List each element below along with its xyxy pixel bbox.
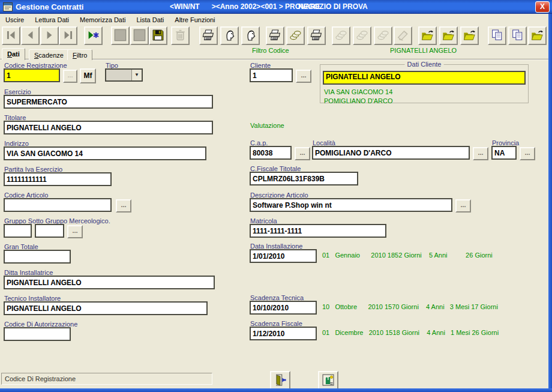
cap-input[interactable] — [250, 146, 292, 160]
signature-disabled-button — [394, 26, 412, 45]
provincia-browse-button[interactable]: ... — [520, 147, 535, 160]
open-folder-button-3[interactable] — [460, 26, 479, 45]
codice-autorizzazione-input[interactable] — [4, 327, 71, 341]
indirizzo-input[interactable] — [4, 146, 206, 160]
first-record-icon — [5, 29, 17, 43]
customer-button-2[interactable] — [241, 26, 260, 45]
previous-record-icon — [24, 29, 37, 43]
trash-icon — [174, 29, 187, 43]
tab-scadenze[interactable]: Scadenze — [29, 49, 69, 60]
next-record-icon — [43, 29, 56, 43]
title-bar: Gestione Contratti <WIN/NT ><Anno 2002><… — [0, 0, 552, 14]
matricola-input[interactable] — [250, 224, 386, 238]
scadenza-tecnica-info: 10 Ottobre 2010 1570 Giorni 4 Anni 3 Mes… — [322, 303, 498, 310]
run-new-icon — [87, 29, 100, 43]
save-button[interactable] — [149, 26, 167, 45]
menu-item-altre-funzioni[interactable]: Altre Funzioni — [169, 15, 220, 25]
menu-item-uscire[interactable]: Uscire — [0, 15, 29, 25]
copy-button-1[interactable] — [488, 26, 506, 45]
cliente-browse-button[interactable]: ... — [296, 70, 311, 83]
blank-icon — [114, 29, 127, 43]
payments-disabled-button-1 — [332, 26, 350, 45]
open-folder-icon — [463, 29, 476, 43]
copy-button-2[interactable] — [508, 26, 527, 45]
close-icon[interactable]: X — [535, 1, 550, 13]
window-icon — [3, 2, 13, 13]
copy-documents-icon — [491, 29, 503, 43]
cap-browse-button[interactable]: ... — [295, 147, 310, 160]
open-folder-button-2[interactable] — [439, 26, 458, 45]
open-folder-icon — [442, 29, 455, 43]
filtro-codice-value: PIGNATELLI ANGELO — [390, 47, 457, 54]
first-record-button[interactable] — [2, 26, 20, 45]
payments-disabled-button-2 — [353, 26, 371, 45]
open-folder-button-1[interactable] — [418, 26, 437, 45]
localita-input[interactable] — [312, 146, 470, 160]
scadenza-tecnica-input[interactable] — [250, 301, 317, 315]
chevron-down-icon[interactable]: ▼ — [131, 70, 142, 80]
blank-button-2[interactable] — [130, 26, 149, 45]
provincia-input[interactable] — [491, 146, 517, 160]
dati-cliente-citta: POMIGLIANO D'ARCO — [324, 97, 393, 104]
menu-item-lista-dati[interactable]: Lista Dati — [131, 15, 169, 25]
mf-button[interactable]: Mf — [80, 68, 96, 83]
previous-record-button[interactable] — [21, 26, 40, 45]
filtro-codice-label: Filtro Codice — [252, 47, 289, 54]
signature-icon — [397, 29, 409, 43]
gran-totale-input[interactable] — [4, 250, 71, 264]
next-record-button[interactable] — [40, 26, 59, 45]
dati-cliente-groupbox: Dati Cliente PIGNATELLI ANGELO VIA SAN G… — [320, 64, 529, 103]
payments-coins-icon — [356, 29, 368, 43]
codice-registrazione-input[interactable] — [4, 68, 60, 82]
codice-fiscale-input[interactable] — [250, 172, 358, 185]
customer-face-icon — [244, 29, 257, 43]
customer-button-1[interactable] — [220, 26, 239, 45]
window-border-right — [548, 14, 552, 392]
payments-coins-icon — [377, 29, 389, 43]
data-installazione-info: 01 Gennaio 2010 1852 Giorni 5 Anni 26 Gi… — [322, 252, 493, 259]
dati-cliente-title: Dati Cliente — [405, 61, 444, 68]
localita-browse-button[interactable]: ... — [473, 147, 488, 160]
store-name: NEGOZIO DI PROVA — [298, 2, 368, 11]
menu-item-lettura-dati[interactable]: Lettura Dati — [29, 15, 74, 25]
payments-coins-icon — [289, 29, 302, 43]
descrizione-articolo-browse-button[interactable]: ... — [455, 199, 471, 213]
titolare-input[interactable] — [4, 121, 213, 134]
menu-bar: Uscire Lettura Dati Memorizza Dati Lista… — [0, 14, 548, 25]
gruppo-browse-button[interactable]: ... — [67, 225, 83, 238]
tipo-dropdown[interactable]: ▼ — [105, 68, 143, 82]
codice-articolo-browse-button[interactable]: ... — [116, 199, 131, 213]
run-new-button[interactable] — [84, 26, 103, 45]
blank-icon — [133, 29, 146, 43]
esercizio-input[interactable] — [4, 95, 213, 109]
dati-cliente-indirizzo: VIA SAN GIACOMO 14 — [324, 88, 392, 95]
gruppo-input[interactable] — [4, 224, 32, 238]
print-button-1[interactable] — [199, 26, 218, 45]
payments-button[interactable] — [286, 26, 305, 45]
codice-articolo-input[interactable] — [4, 198, 112, 212]
print-button-2[interactable] — [266, 26, 284, 45]
last-record-button[interactable] — [59, 26, 77, 45]
scadenza-fiscale-input[interactable] — [250, 327, 317, 340]
session-info: <WIN/NT ><Anno 2002><001 > PROVARE — [170, 2, 320, 11]
menu-item-memorizza-dati[interactable]: Memorizza Dati — [74, 15, 131, 25]
ditta-installatrice-input[interactable] — [4, 276, 215, 289]
application-window: Gestione Contratti <WIN/NT ><Anno 2002><… — [0, 0, 552, 392]
blank-button-1[interactable] — [111, 26, 130, 45]
partita-iva-input[interactable] — [4, 172, 112, 186]
printer-icon — [202, 29, 215, 43]
exit-program-button[interactable] — [318, 371, 338, 390]
tab-dati[interactable]: Dati — [2, 48, 25, 60]
desert-window-icon — [322, 373, 335, 388]
sotto-gruppo-input[interactable] — [35, 224, 64, 238]
exit-button[interactable] — [270, 371, 290, 390]
print-button-3[interactable] — [307, 26, 326, 45]
status-bar: Codice Di Registrazione — [1, 373, 212, 385]
tab-filtro[interactable]: Filtro — [67, 49, 92, 60]
descrizione-articolo-input[interactable] — [250, 198, 452, 212]
data-installazione-input[interactable] — [250, 249, 317, 263]
cliente-input[interactable] — [250, 68, 293, 82]
open-folder-button-4[interactable] — [528, 26, 547, 45]
scadenza-fiscale-info: 01 Dicembre 2010 1518 Giorni 4 Anni 1 Me… — [322, 329, 499, 336]
tecnico-installatore-input[interactable] — [4, 301, 208, 315]
